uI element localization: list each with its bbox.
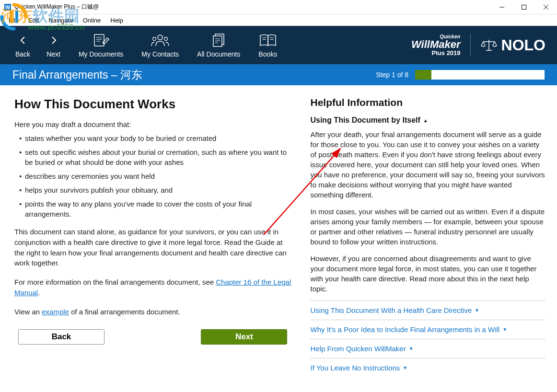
text: of a final arrangements document. [69, 308, 180, 316]
people-icon [151, 32, 169, 48]
text: View an [14, 308, 42, 316]
toolbar-back-label: Back [15, 50, 30, 58]
toolbar-next-label: Next [46, 50, 60, 58]
menu-edit[interactable]: Edit [23, 16, 44, 25]
caret-down-icon: ▼ [502, 327, 507, 332]
back-button[interactable]: Back [18, 329, 104, 345]
documents-icon [211, 32, 226, 48]
toolbar-books-button[interactable]: Books [258, 32, 277, 58]
minimize-button[interactable] [491, 0, 513, 14]
scales-icon [480, 38, 498, 52]
intro-text: Here you may draft a document that: [14, 120, 291, 128]
help-link-label: Why It's a Poor Idea to Include Final Ar… [310, 325, 499, 334]
caret-down-icon: ▼ [475, 308, 479, 313]
text: . [38, 288, 40, 297]
chevron-left-icon [19, 32, 27, 48]
document-pencil-icon [93, 32, 109, 48]
app-icon: W [4, 3, 12, 11]
help-topic-link[interactable]: Help From Quicken WillMaker▼ [310, 345, 545, 353]
svg-point-14 [164, 37, 168, 41]
svg-point-12 [158, 35, 162, 40]
help-paragraph: In most cases, your wishes will be carri… [310, 207, 545, 247]
menu-navigate[interactable]: Navigate [44, 16, 78, 25]
help-topic-expanded[interactable]: Using This Document by Itself ▲ [310, 116, 545, 125]
caret-down-icon: ▼ [409, 346, 414, 351]
svg-text:W: W [5, 4, 11, 10]
titlebar: W Quicken WillMaker Plus – 口贼@ [0, 0, 557, 14]
menu-online[interactable]: Online [78, 16, 106, 25]
menubar: File Edit Navigate Online Help [0, 14, 557, 26]
help-topic-link[interactable]: If You Leave No Instructions▼ [310, 364, 545, 372]
book-icon [259, 32, 277, 48]
bullet-item: points the way to any plans you've made … [19, 199, 291, 219]
bullet-item: states whether you want your body to be … [19, 133, 291, 143]
toolbar-all-documents-button[interactable]: All Documents [197, 32, 240, 58]
help-link-label: If You Leave No Instructions [310, 364, 400, 372]
brand-divider [470, 34, 471, 57]
svg-point-13 [153, 37, 156, 41]
toolbar-back-button[interactable]: Back [15, 32, 30, 58]
help-link-label: Using This Document With a Health Care D… [310, 306, 472, 314]
help-topic-link[interactable]: Why It's a Poor Idea to Include Final Ar… [310, 325, 545, 334]
help-panel: Helpful Information Using This Document … [301, 85, 557, 392]
svg-line-22 [270, 37, 274, 38]
paragraph: View an example of a final arrangements … [14, 307, 291, 317]
close-button[interactable] [535, 0, 557, 14]
svg-rect-8 [94, 35, 104, 46]
help-link-label: Help From Quicken WillMaker [310, 345, 406, 353]
menu-file[interactable]: File [4, 16, 23, 25]
bullet-item: sets out specific wishes about your buri… [19, 147, 291, 167]
progress-bar [415, 70, 545, 80]
help-heading: Helpful Information [310, 97, 545, 108]
toolbar-my-documents-label: My Documents [79, 50, 123, 58]
help-paragraph: However, if you are concerned about disa… [310, 254, 545, 294]
bullet-item: helps your survivors publish your obitua… [19, 185, 291, 195]
nolo-logo: NOLO [480, 36, 545, 54]
toolbar: Back Next My Documents My Contacts All D… [0, 26, 557, 64]
maximize-button[interactable] [513, 0, 535, 14]
page-header: Final Arrangements – 河东 Step 1 of 8 [0, 64, 557, 85]
bullet-item: describes any ceremonies you want held [19, 171, 291, 181]
toolbar-my-contacts-button[interactable]: My Contacts [141, 32, 179, 58]
svg-line-20 [262, 37, 266, 38]
svg-rect-5 [522, 5, 526, 9]
main-content: How This Document Works Here you may dra… [0, 85, 301, 392]
toolbar-next-button[interactable]: Next [46, 32, 60, 58]
next-button[interactable]: Next [201, 329, 287, 345]
svg-rect-16 [213, 36, 222, 46]
chevron-right-icon [49, 32, 58, 48]
svg-line-23 [270, 39, 274, 40]
page-title: Final Arrangements – 河东 [12, 68, 142, 82]
caret-down-icon: ▼ [403, 365, 407, 370]
toolbar-books-label: Books [258, 50, 277, 58]
toolbar-my-documents-button[interactable]: My Documents [79, 32, 123, 58]
svg-line-21 [262, 39, 266, 40]
caret-up-icon: ▲ [423, 118, 428, 123]
example-link[interactable]: example [42, 308, 69, 316]
paragraph: This document can stand alone, as guidan… [14, 227, 291, 268]
toolbar-my-contacts-label: My Contacts [141, 50, 179, 58]
progress-fill [415, 70, 431, 80]
menu-help[interactable]: Help [105, 16, 128, 25]
paragraph: For more information on the final arrang… [14, 277, 291, 298]
willmaker-logo: Quicken WillMaker Plus 2019 [411, 34, 461, 56]
main-heading: How This Document Works [14, 97, 291, 112]
toolbar-all-documents-label: All Documents [197, 50, 240, 58]
help-paragraph: After your death, your final arrangement… [310, 129, 545, 200]
window-title: Quicken WillMaker Plus – 口贼@ [14, 3, 491, 11]
text: For more information on the final arrang… [14, 278, 216, 286]
step-indicator: Step 1 of 8 [376, 71, 408, 79]
help-topic-link[interactable]: Using This Document With a Health Care D… [310, 306, 545, 314]
help-topic-label: Using This Document by Itself [310, 116, 420, 125]
